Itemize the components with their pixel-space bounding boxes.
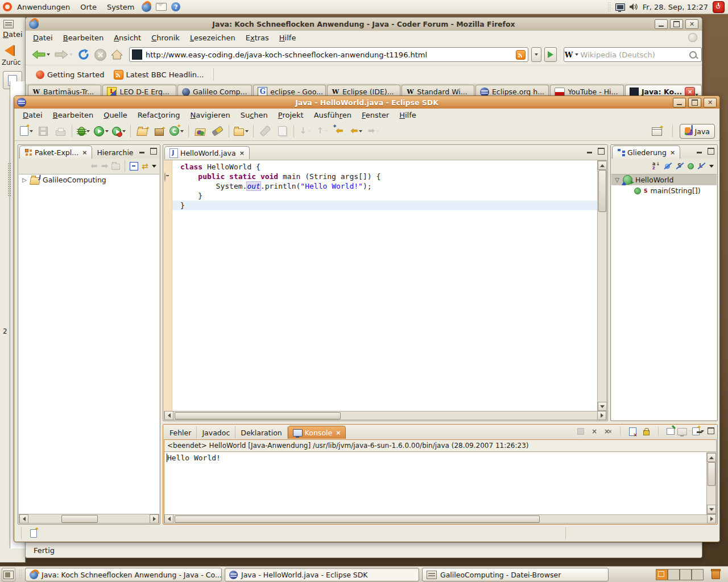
back-navigation-button[interactable]: ⬅	[348, 124, 365, 139]
stop-button[interactable]	[93, 46, 108, 63]
view-menu-caret[interactable]	[152, 165, 156, 168]
open-type-button[interactable]	[192, 124, 209, 139]
menu-system[interactable]: System	[102, 0, 139, 14]
collapse-icon[interactable]: ▽	[614, 177, 620, 183]
tab-helloworld-java[interactable]: HelloWorld.java	[164, 146, 250, 159]
sort-icon[interactable]	[652, 162, 660, 171]
scroll-down-button[interactable]	[707, 505, 716, 514]
menu-fenster[interactable]: Fenster	[357, 109, 394, 121]
quit-power-button[interactable]	[713, 1, 725, 13]
maximize-view-button[interactable]	[706, 426, 715, 435]
clock[interactable]: Fr, 28. Sep, 12:27	[643, 3, 708, 11]
scrollbar-thumb[interactable]	[175, 412, 341, 419]
panel-handle[interactable]	[607, 2, 611, 12]
tab-deklaration[interactable]: Deklaration	[235, 426, 287, 439]
forward-history-caret[interactable]	[69, 53, 73, 56]
externalize-strings-button[interactable]	[257, 124, 274, 139]
view-menu-caret[interactable]	[709, 165, 714, 168]
firefox-launcher-icon[interactable]	[142, 2, 151, 12]
url-dropdown-button[interactable]	[531, 47, 541, 62]
reload-button[interactable]	[76, 46, 92, 63]
scrollbar-thumb[interactable]	[175, 516, 540, 523]
search-icon[interactable]	[689, 51, 697, 59]
menu-orte[interactable]: Orte	[75, 0, 102, 14]
run-button[interactable]	[92, 124, 110, 139]
menu-bearbeiten[interactable]: Bearbeiten	[48, 109, 98, 121]
menu-navigieren[interactable]: Navigieren	[185, 109, 235, 121]
minimize-editor-button[interactable]	[585, 147, 594, 155]
workspace-2[interactable]	[668, 569, 680, 580]
menu-ansicht[interactable]: Ansicht	[109, 32, 146, 44]
debug-button[interactable]	[75, 124, 92, 139]
trash-applet-icon[interactable]	[712, 570, 720, 579]
hide-local-types-icon[interactable]: L	[697, 162, 706, 171]
code-line-4[interactable]: }	[180, 191, 598, 201]
minimize-button[interactable]	[655, 19, 668, 29]
tree-node-helloworld[interactable]: ▽ HelloWorld	[611, 174, 717, 185]
scrollbar-thumb[interactable]	[708, 462, 715, 486]
new-java-project-button[interactable]	[134, 124, 151, 139]
rss-feed-icon[interactable]	[516, 50, 526, 60]
editor-horizontal-scrollbar[interactable]	[164, 411, 607, 420]
link-with-editor-icon[interactable]	[142, 162, 148, 170]
close-view-icon[interactable]	[82, 149, 87, 156]
maximize-editor-button[interactable]	[596, 147, 606, 155]
code-line-2[interactable]: public static void main (String args[]) …	[180, 172, 598, 181]
tab-konsole-active[interactable]: Konsole	[288, 426, 346, 439]
java-perspective-button[interactable]: Java	[680, 124, 715, 139]
code-line-1[interactable]: class HelloWorld {	[180, 162, 598, 172]
scroll-right-button[interactable]	[707, 514, 716, 523]
display-applet-icon[interactable]	[615, 3, 625, 11]
print-button[interactable]	[52, 124, 69, 139]
display-console-button[interactable]	[680, 427, 689, 436]
scroll-down-button[interactable]	[598, 402, 607, 411]
help-launcher-icon[interactable]	[171, 2, 180, 11]
close-button[interactable]: ✕	[685, 19, 698, 29]
minimize-view-button[interactable]	[694, 426, 704, 435]
close-view-icon[interactable]	[336, 429, 341, 436]
scrollbar-thumb[interactable]	[61, 515, 98, 523]
tab-fehler[interactable]: Fehler	[164, 426, 197, 439]
minimize-view-button[interactable]	[137, 147, 147, 155]
menu-projekt[interactable]: Projekt	[273, 109, 309, 121]
menu-anwendungen[interactable]: Anwendungen	[12, 0, 75, 14]
remove-launch-button[interactable]	[590, 427, 599, 436]
close-view-icon[interactable]	[670, 149, 675, 156]
fold-collapse-icon[interactable]	[164, 172, 166, 182]
search-bar[interactable]	[564, 47, 702, 62]
menu-bearbeiten[interactable]: Bearbeiten	[58, 32, 109, 44]
mail-launcher-icon[interactable]	[156, 3, 167, 11]
firefox-titlebar[interactable]: Java: Koch Schneeflocken Anwendung - Jav…	[26, 18, 702, 31]
ubuntu-logo-icon[interactable]	[3, 2, 12, 11]
workspace-3[interactable]	[680, 569, 692, 580]
editor-vertical-scrollbar[interactable]	[597, 160, 607, 411]
filebrowser-menu-datei[interactable]: Datei	[3, 30, 23, 39]
forward-navigation-button[interactable]: ➡	[365, 124, 382, 139]
console-vertical-scrollbar[interactable]	[706, 452, 716, 514]
menu-extras[interactable]: Extras	[241, 32, 274, 44]
back-history-caret[interactable]	[47, 53, 50, 56]
eclipse-titlebar[interactable]: Java - HelloWorld.java - Eclipse SDK ✕	[14, 96, 719, 109]
workspace-4[interactable]	[692, 569, 704, 580]
maximize-button[interactable]	[670, 19, 683, 29]
url-bar[interactable]	[129, 47, 528, 62]
remove-all-terminated-button[interactable]	[603, 427, 613, 436]
last-edit-location-button[interactable]: ⬅	[331, 124, 348, 139]
minimize-view-button[interactable]	[694, 147, 704, 155]
horizontal-scrollbar[interactable]	[19, 514, 159, 523]
new-wizard-button[interactable]	[18, 124, 35, 139]
back-button[interactable]	[30, 46, 52, 63]
up-icon[interactable]	[111, 164, 120, 170]
show-desktop-button[interactable]	[2, 568, 15, 581]
fast-view-icon[interactable]	[30, 529, 37, 538]
close-button[interactable]: ✕	[704, 98, 717, 107]
scroll-up-button[interactable]	[707, 453, 716, 462]
pane-handle[interactable]	[7, 163, 11, 197]
scroll-left-button[interactable]	[164, 411, 173, 420]
scroll-left-button[interactable]	[164, 514, 173, 523]
home-button[interactable]	[109, 46, 125, 63]
collapse-all-icon[interactable]	[130, 162, 138, 171]
open-perspective-button[interactable]	[648, 124, 665, 139]
forward-button[interactable]	[53, 46, 75, 63]
bookmark-bbc-headlines[interactable]: Latest BBC Headlin...	[110, 68, 208, 81]
